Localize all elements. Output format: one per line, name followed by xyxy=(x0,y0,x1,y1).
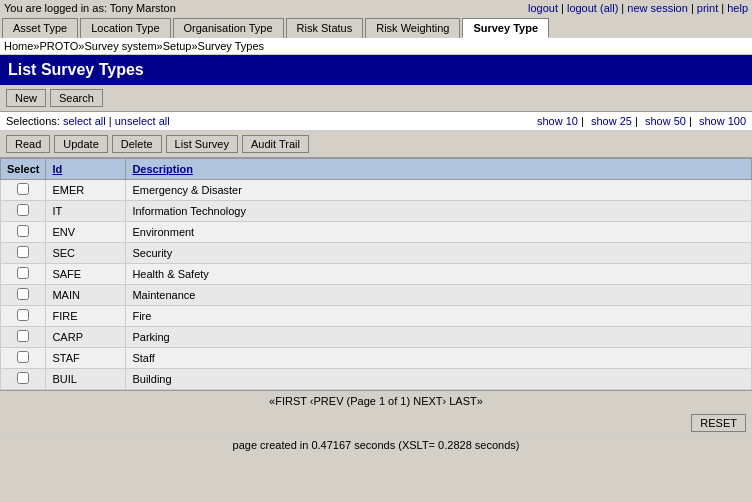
row-select-cell xyxy=(1,264,46,285)
row-description: Parking xyxy=(126,327,752,348)
row-checkbox[interactable] xyxy=(17,267,29,279)
sort-id-link[interactable]: Id xyxy=(52,163,62,175)
pagination: «FIRST ‹PREV (Page 1 of 1) NEXT› LAST» xyxy=(0,390,752,411)
row-id: CARP xyxy=(46,327,126,348)
table-row: FIREFire xyxy=(1,306,752,327)
row-checkbox[interactable] xyxy=(17,246,29,258)
show-10-link[interactable]: show 10 xyxy=(537,115,578,127)
tab-organisation-type[interactable]: Organisation Type xyxy=(173,18,284,38)
table-row: CARPParking xyxy=(1,327,752,348)
row-description: Building xyxy=(126,369,752,390)
top-bar: You are logged in as: Tony Marston logou… xyxy=(0,0,752,16)
tab-survey-type[interactable]: Survey Type xyxy=(462,18,549,38)
help-link[interactable]: help xyxy=(727,2,748,14)
tab-location-type[interactable]: Location Type xyxy=(80,18,170,38)
row-select-cell xyxy=(1,369,46,390)
top-bar-links: logout | logout (all) | new session | pr… xyxy=(528,2,748,14)
row-id: EMER xyxy=(46,180,126,201)
show-25-link[interactable]: show 25 xyxy=(591,115,632,127)
row-description: Security xyxy=(126,243,752,264)
row-select-cell xyxy=(1,306,46,327)
col-select: Select xyxy=(1,159,46,180)
reset-button[interactable]: RESET xyxy=(691,414,746,432)
page-title: List Survey Types xyxy=(0,55,752,85)
row-id: IT xyxy=(46,201,126,222)
content-area: List Survey Types New Search Selections:… xyxy=(0,55,752,435)
row-description: Fire xyxy=(126,306,752,327)
table-body: EMEREmergency & DisasterITInformation Te… xyxy=(1,180,752,390)
row-id: SEC xyxy=(46,243,126,264)
action-row: Read Update Delete List Survey Audit Tra… xyxy=(0,131,752,158)
delete-button[interactable]: Delete xyxy=(112,135,162,153)
row-checkbox[interactable] xyxy=(17,309,29,321)
row-checkbox[interactable] xyxy=(17,330,29,342)
row-id: ENV xyxy=(46,222,126,243)
breadcrumb-text: Home»PROTO»Survey system»Setup»Survey Ty… xyxy=(4,40,264,52)
unselect-all-link[interactable]: unselect all xyxy=(115,115,170,127)
logged-in-label: You are logged in as: Tony Marston xyxy=(4,2,176,14)
row-description: Health & Safety xyxy=(126,264,752,285)
table-row: ITInformation Technology xyxy=(1,201,752,222)
row-select-cell xyxy=(1,285,46,306)
table-row: BUILBuilding xyxy=(1,369,752,390)
row-description: Environment xyxy=(126,222,752,243)
update-button[interactable]: Update xyxy=(54,135,107,153)
row-id: FIRE xyxy=(46,306,126,327)
pagination-text: «FIRST ‹PREV (Page 1 of 1) NEXT› LAST» xyxy=(269,395,483,407)
data-table: Select Id Description EMEREmergency & Di… xyxy=(0,158,752,390)
show-50-link[interactable]: show 50 xyxy=(645,115,686,127)
row-select-cell xyxy=(1,201,46,222)
tab-risk-status[interactable]: Risk Status xyxy=(286,18,364,38)
new-session-link[interactable]: new session xyxy=(627,2,688,14)
row-id: MAIN xyxy=(46,285,126,306)
row-description: Information Technology xyxy=(126,201,752,222)
tab-asset-type[interactable]: Asset Type xyxy=(2,18,78,38)
show-100-link[interactable]: show 100 xyxy=(699,115,746,127)
row-checkbox[interactable] xyxy=(17,225,29,237)
logout-all-link[interactable]: logout (all) xyxy=(567,2,618,14)
table-row: ENVEnvironment xyxy=(1,222,752,243)
row-checkbox[interactable] xyxy=(17,351,29,363)
row-checkbox[interactable] xyxy=(17,372,29,384)
tab-bar: Asset TypeLocation TypeOrganisation Type… xyxy=(0,16,752,38)
row-checkbox[interactable] xyxy=(17,204,29,216)
table-row: SECSecurity xyxy=(1,243,752,264)
table-row: MAINMaintenance xyxy=(1,285,752,306)
row-select-cell xyxy=(1,180,46,201)
footer-text: page created in 0.47167 seconds (XSLT= 0… xyxy=(233,439,520,451)
footer: page created in 0.47167 seconds (XSLT= 0… xyxy=(0,435,752,454)
table-header-row: Select Id Description xyxy=(1,159,752,180)
row-select-cell xyxy=(1,222,46,243)
row-id: BUIL xyxy=(46,369,126,390)
search-button[interactable]: Search xyxy=(50,89,103,107)
row-select-cell xyxy=(1,348,46,369)
row-id: STAF xyxy=(46,348,126,369)
row-select-cell xyxy=(1,243,46,264)
breadcrumb: Home»PROTO»Survey system»Setup»Survey Ty… xyxy=(0,38,752,55)
sort-description-link[interactable]: Description xyxy=(132,163,193,175)
selections-row: Selections: select all | unselect all sh… xyxy=(0,112,752,131)
table-row: SAFEHealth & Safety xyxy=(1,264,752,285)
row-select-cell xyxy=(1,327,46,348)
row-checkbox[interactable] xyxy=(17,183,29,195)
col-id: Id xyxy=(46,159,126,180)
row-description: Emergency & Disaster xyxy=(126,180,752,201)
table-row: EMEREmergency & Disaster xyxy=(1,180,752,201)
tab-risk-weighting[interactable]: Risk Weighting xyxy=(365,18,460,38)
table-row: STAFStaff xyxy=(1,348,752,369)
row-checkbox[interactable] xyxy=(17,288,29,300)
selections-right: show 10 | show 25 | show 50 | show 100 xyxy=(533,115,746,127)
row-id: SAFE xyxy=(46,264,126,285)
row-description: Staff xyxy=(126,348,752,369)
audit-trail-button[interactable]: Audit Trail xyxy=(242,135,309,153)
list-survey-button[interactable]: List Survey xyxy=(166,135,238,153)
row-description: Maintenance xyxy=(126,285,752,306)
logout-link[interactable]: logout xyxy=(528,2,558,14)
select-all-link[interactable]: select all xyxy=(63,115,106,127)
reset-row: RESET xyxy=(0,411,752,435)
read-button[interactable]: Read xyxy=(6,135,50,153)
selections-left: Selections: select all | unselect all xyxy=(6,115,170,127)
col-description: Description xyxy=(126,159,752,180)
new-button[interactable]: New xyxy=(6,89,46,107)
print-link[interactable]: print xyxy=(697,2,718,14)
